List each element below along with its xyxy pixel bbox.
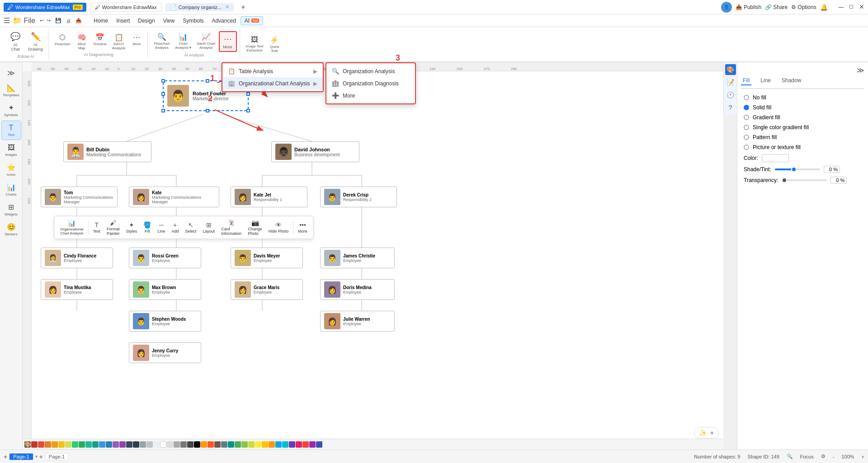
palette-dot-11[interactable] [99,441,105,448]
palette-dot-15[interactable] [126,441,132,448]
palette-dot-35[interactable] [262,441,268,448]
chart-analysis-button[interactable]: 📊 ChartAnalysis ▾ [173,31,193,52]
palette-dot-8[interactable] [79,441,85,448]
mind-map-button[interactable]: 🧠 MindMap [74,32,90,51]
palette-dot-4[interactable] [52,441,58,448]
page-add-icon[interactable]: + [4,453,7,460]
org-max-box[interactable]: 👨 Max Brown Employee [129,279,201,300]
palette-dot-27[interactable] [208,441,214,448]
org-kate-box[interactable]: 👩 Kate Marketing Communications Manager [129,187,219,207]
sidebar-symbols[interactable]: ✦ Symbols [1,101,21,120]
palette-dot-1[interactable] [31,441,38,448]
tab-fill[interactable]: Fill [741,76,751,85]
fill-option-pattern[interactable]: Pattern fill [741,132,864,142]
org-bill-box[interactable]: 👨‍💼 Bill Dubin Marketing Communications [63,141,151,162]
fill-option-solid[interactable]: Solid fill [741,103,864,112]
org-james-box[interactable]: 👨 James Christie Employee [320,248,395,268]
flowchart-analysis-button[interactable]: 🔍 FlowchartAnalysis [151,31,172,52]
page-tab-2[interactable]: Page-1 [45,453,69,460]
org-cindy-box[interactable]: 👩‍💼 Cindy Florance Employee [41,248,113,268]
ft-format-painter[interactable]: 🖌 FormatPainter [104,218,123,237]
palette-dot-18[interactable] [146,441,153,448]
palette-dot-14[interactable] [119,441,126,448]
ft-card-info[interactable]: 🃏 CardInformation [218,218,244,237]
zoom-icon[interactable]: 🔍 [787,454,793,459]
swot-button[interactable]: 📋 SWOTAnalysis [110,32,128,51]
ft-add[interactable]: + Add [169,220,181,235]
settings-icon[interactable]: ⚙ [821,454,826,459]
file-menu[interactable]: 📁 File [13,16,35,25]
ft-change-photo[interactable]: 📷 ChangePhoto [245,218,265,237]
org-tom-box[interactable]: 👨 Tom Marketing Communications Manager [41,187,118,207]
palette-dot-16[interactable] [133,441,139,448]
zoom-in-btn[interactable]: + [862,454,864,459]
tab-document[interactable]: 📄 Company organiz... ✕ [165,3,234,11]
palette-dot-30[interactable] [228,441,234,448]
palette-dot-28[interactable] [214,441,221,448]
tab-edrawmax[interactable]: 🖊 Wondershare EdrawMax [90,3,162,12]
org-katejet-box[interactable]: 👩 Kate Jet Responsibility 1 [231,187,307,207]
ft-text[interactable]: T Text [90,220,104,235]
maximize-button[interactable]: ◻ [849,3,854,11]
user-avatar[interactable]: 👤 [721,2,732,13]
canvas-area[interactable]: -60 -50 -40 -30 -20 -10 0 10 20 30 40 50… [23,62,723,449]
shade-slider-thumb[interactable] [791,167,797,172]
color-swatch[interactable] [762,154,789,162]
org-julie-box[interactable]: 👩 Julie Warren Employee [320,311,395,332]
org-tina-box[interactable]: 👩 Tina Mustika Employee [41,279,113,300]
palette-dot-7[interactable] [72,441,78,448]
share-button[interactable]: 🔗 Share [765,4,788,10]
palette-dot-24[interactable] [187,441,193,448]
ft-select[interactable]: ↖ Select [182,220,199,235]
transparency-slider-track[interactable] [782,179,827,181]
palette-dot-21[interactable] [167,441,173,448]
sidebar-expand[interactable]: ≫ [1,66,21,80]
fill-option-none[interactable]: No fill [741,93,864,103]
tab-line[interactable]: Line [759,76,773,85]
palette-dot-25[interactable] [194,441,200,448]
sidebar-text[interactable]: T Text [1,121,21,140]
sidebar-widgets[interactable]: ⊞ Widgets [1,200,21,219]
page-dropdown-icon[interactable]: ▾ [35,454,38,459]
fill-option-picture[interactable]: Picture or texture fill [741,142,864,152]
print-button[interactable]: 🖨 [66,18,71,23]
palette-dot-38[interactable] [282,441,288,448]
palette-dot-3[interactable] [45,441,51,448]
panel-icon-fill[interactable]: 🎨 [725,64,736,75]
ft-fill[interactable]: 🪣 Fill [141,220,154,235]
sidebar-images[interactable]: 🖼 Images [1,141,21,159]
palette-dot-42[interactable] [309,441,316,448]
zoom-out-btn[interactable]: - [833,454,835,459]
panel-icon-help[interactable]: ? [725,102,736,113]
palette-dot-26[interactable] [201,441,207,448]
tab-close-icon[interactable]: ✕ [225,4,229,10]
org-doris-box[interactable]: 👩 Doris Medina Employee [320,279,395,300]
menu-ai[interactable]: AI hot [241,16,263,25]
tab-shadow[interactable]: Shadow [780,76,803,85]
ai-chat-button[interactable]: 💬 AIChat [6,30,24,53]
ft-org-analysis[interactable]: 📊 OrganizationalChart Analysis [57,218,86,237]
panel-expand-icon[interactable]: ≫ [857,66,864,75]
palette-dot-23[interactable] [180,441,187,448]
sidebar-charts[interactable]: 📊 Charts [1,180,21,199]
dropdown-table-analysis[interactable]: 📋 Table Analysis ▶ [222,65,323,77]
sidebar-stickers[interactable]: 😊 Stickers [1,220,21,239]
palette-dot-34[interactable] [255,441,261,448]
palette-dot-9[interactable] [85,441,92,448]
palette-dot-6[interactable] [65,441,71,448]
shade-percent-input[interactable] [824,166,840,173]
palette-dot-5[interactable] [58,441,65,448]
org-rossi-box[interactable]: 👨 Rossi Green Employee [129,248,201,268]
dropdown-org-analysis-sub[interactable]: 🔍 Organization Analysis [326,65,415,77]
palette-dot-17[interactable] [140,441,146,448]
org-davis-box[interactable]: 👨 Davis Meyer Employee [231,248,303,268]
palette-dot-33[interactable] [248,441,255,448]
undo-button[interactable]: ↩ [40,18,44,23]
panel-icon-history[interactable]: 🕐 [725,89,736,100]
palette-dot-41[interactable] [302,441,309,448]
menu-insert[interactable]: Insert [113,17,133,25]
transparency-slider-thumb[interactable] [782,178,787,183]
palette-dot-19[interactable] [153,441,160,448]
palette-dot-22[interactable] [174,441,180,448]
page-tab-1[interactable]: Page-1 [9,453,33,460]
